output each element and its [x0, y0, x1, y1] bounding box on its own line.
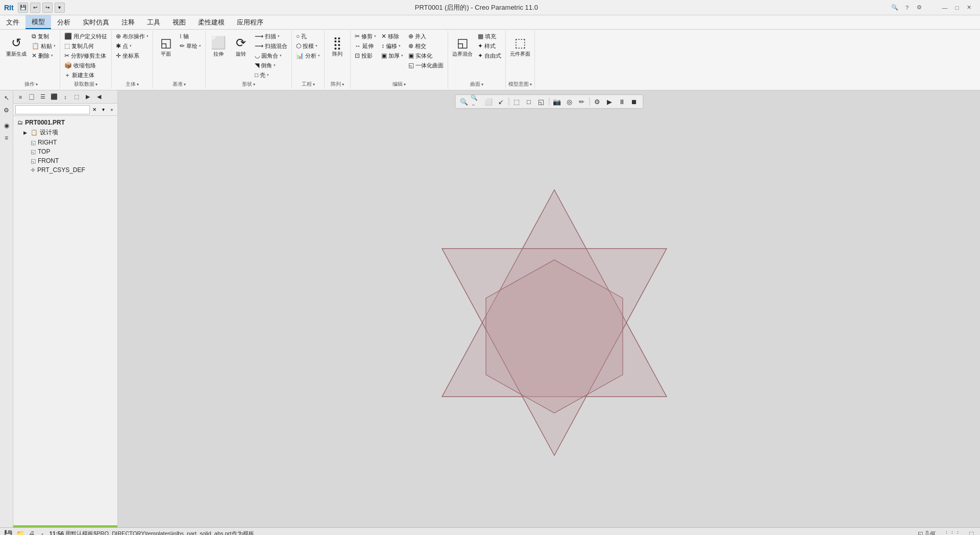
thicken-btn[interactable]: ▣加厚▾ [379, 51, 405, 60]
vtb-btn-1[interactable]: ↖ [1, 92, 12, 104]
menu-apps[interactable]: 应用程序 [231, 15, 270, 29]
plane-btn[interactable]: ◱ 平面 [155, 32, 177, 61]
vtb-btn-2[interactable]: ⚙ [1, 105, 12, 116]
vp-zoom-fit[interactable]: ⬜ [483, 96, 494, 107]
style-btn[interactable]: ✦样式 [476, 41, 503, 51]
quick-access-btn[interactable]: ▾ [55, 3, 65, 13]
axis-btn[interactable]: ⁞轴 [178, 32, 203, 41]
menu-flexible[interactable]: 柔性建模 [192, 15, 231, 29]
vp-play[interactable]: ▶ [604, 96, 615, 107]
sidebar-tb-more[interactable]: ▶ [83, 92, 93, 102]
chamfer-btn[interactable]: ◥倒角▾ [253, 61, 289, 70]
menu-annotation[interactable]: 注释 [115, 15, 141, 29]
sidebar-tb-5[interactable]: ↕ [60, 92, 70, 102]
status-btn-grid[interactable]: ⋮⋮⋮ [942, 530, 963, 535]
vtb-btn-4[interactable]: ≡ [1, 132, 12, 143]
section-pattern-label[interactable]: 阵列▾ [327, 81, 348, 88]
unify-btn[interactable]: ◱一体化曲面 [406, 61, 446, 70]
menu-tools[interactable]: 工具 [141, 15, 166, 29]
solidify-btn[interactable]: ▣实体化 [406, 51, 446, 60]
component-interface-btn[interactable]: ⬚ 元件界面 [508, 32, 532, 61]
redo-btn[interactable]: ↪ [42, 3, 53, 13]
vp-wireframe[interactable]: ⬚ [511, 96, 522, 107]
sweep-btn[interactable]: ⟿扫描▾ [253, 32, 289, 41]
analysis-btn[interactable]: 📊分析▾ [294, 51, 322, 60]
round-btn[interactable]: ◡圆角合▾ [253, 51, 289, 60]
status-icon-save[interactable]: 💾 [4, 530, 12, 535]
merge-btn[interactable]: ⊕并入 [406, 32, 446, 41]
shell-btn[interactable]: □壳▾ [253, 70, 289, 80]
paste-btn[interactable]: 📋粘贴▾ [30, 41, 58, 51]
status-icon-folder[interactable]: 📁 [16, 530, 24, 535]
vtb-btn-3[interactable]: ◉ [1, 120, 12, 131]
pattern-btn[interactable]: ⣿ 阵列 [327, 32, 348, 61]
section-shape-label[interactable]: 形状▾ [208, 81, 289, 88]
tree-item-top[interactable]: ◱ TOP [13, 147, 117, 156]
fill-btn[interactable]: ▦填充 [476, 32, 503, 41]
sidebar-tb-2[interactable]: 📋 [27, 92, 37, 102]
section-ops-label[interactable]: 操作▾ [4, 81, 58, 88]
csys-btn[interactable]: ✛坐标系 [114, 51, 151, 60]
freestyle-btn[interactable]: ✦自由式 [476, 51, 503, 60]
quick-save-btn[interactable]: 💾 [18, 3, 28, 13]
menu-file[interactable]: 文件 [0, 15, 26, 29]
status-icon-printer[interactable]: 🖨 [29, 530, 35, 535]
vp-spin-center[interactable]: ◎ [564, 96, 575, 107]
close-btn[interactable]: ✕ [965, 3, 974, 12]
sketch-btn[interactable]: ✏草绘▾ [178, 41, 203, 51]
hole-btn[interactable]: ○孔 [294, 32, 322, 41]
remove-btn[interactable]: ✕移除 [379, 32, 405, 41]
vp-zoom-out[interactable]: 🔍－ [471, 96, 482, 107]
section-mainbody-label[interactable]: 主体▾ [114, 81, 151, 88]
split-body-btn[interactable]: ✂分割/修剪主体 [62, 51, 109, 60]
copy-geo-btn[interactable]: ⬚复制几何 [62, 41, 109, 51]
search-btn[interactable]: 🔍 [890, 3, 899, 12]
copy-btn[interactable]: ⧉复制 [30, 32, 58, 41]
vp-shading[interactable]: □ [523, 96, 534, 107]
undo-btn[interactable]: ↩ [30, 3, 40, 13]
trim-btn[interactable]: ✂修剪▾ [353, 32, 378, 41]
menu-model[interactable]: 模型 [26, 15, 51, 29]
vp-prev-view[interactable]: ↙ [495, 96, 506, 107]
sidebar-tb-6[interactable]: ⬚ [71, 92, 82, 102]
tree-item-front[interactable]: ◱ FRONT [13, 156, 117, 165]
offset-btn[interactable]: ↕偏移▾ [379, 41, 405, 51]
help-btn[interactable]: ? [902, 3, 912, 12]
minimize-btn[interactable]: — [940, 3, 949, 12]
sidebar-search-add[interactable]: ＋ [108, 106, 115, 114]
section-model-intent-label[interactable]: 模型意图▾ [508, 81, 532, 88]
sidebar-tb-4[interactable]: ⬛ [49, 92, 59, 102]
shrink-wrap-btn[interactable]: 📦收缩包络 [62, 61, 109, 70]
menu-analysis[interactable]: 分析 [51, 15, 77, 29]
maximize-btn[interactable]: □ [952, 3, 962, 12]
menu-view[interactable]: 视图 [166, 15, 192, 29]
extrude-btn[interactable]: ⬜ 拉伸 [208, 32, 229, 61]
vp-perspective[interactable]: ◱ [535, 96, 547, 107]
status-btn-geometry[interactable]: ◱ 几何 [916, 529, 938, 535]
settings-icon[interactable]: ⚙ [915, 3, 924, 12]
status-btn-extra[interactable]: ⬚ [967, 530, 976, 535]
draft-btn[interactable]: ⬡投模▾ [294, 41, 322, 51]
tree-item-design[interactable]: ▶ 📋 设计项 [13, 127, 117, 138]
sidebar-tb-collapse[interactable]: ◀ [94, 92, 104, 102]
new-body-btn[interactable]: ＋新建主体 [62, 70, 109, 80]
datum-point-btn[interactable]: ✱点▾ [114, 41, 151, 51]
regenerate-btn[interactable]: ↺ 重新生成 [4, 32, 29, 61]
tree-item-right[interactable]: ◱ RIGHT [13, 138, 117, 147]
blend-btn[interactable]: ⟿扫描混合 [253, 41, 289, 51]
section-edit-label[interactable]: 编辑▾ [353, 81, 446, 88]
tree-root[interactable]: 🗂 PRT0001.PRT [13, 118, 117, 127]
section-datum-label[interactable]: 基准▾ [155, 81, 203, 88]
vp-pause[interactable]: ⏸ [616, 96, 627, 107]
delete-btn[interactable]: ✕删除▾ [30, 51, 58, 60]
boundary-blend-btn[interactable]: ◱ 边界混合 [450, 32, 475, 61]
vp-screenshot[interactable]: 📷 [551, 96, 562, 107]
revolve-btn[interactable]: ⟳ 旋转 [230, 32, 252, 61]
section-engineering-label[interactable]: 工程▾ [294, 81, 322, 88]
vp-settings[interactable]: ⚙ [592, 96, 603, 107]
menu-simulation[interactable]: 实时仿真 [77, 15, 115, 29]
section-surface-label[interactable]: 曲面▾ [450, 81, 503, 88]
vp-zoom-in[interactable]: 🔍 [458, 96, 470, 107]
vp-stop[interactable]: ⏹ [628, 96, 640, 107]
extend-btn[interactable]: ↔延伸 [353, 41, 378, 51]
